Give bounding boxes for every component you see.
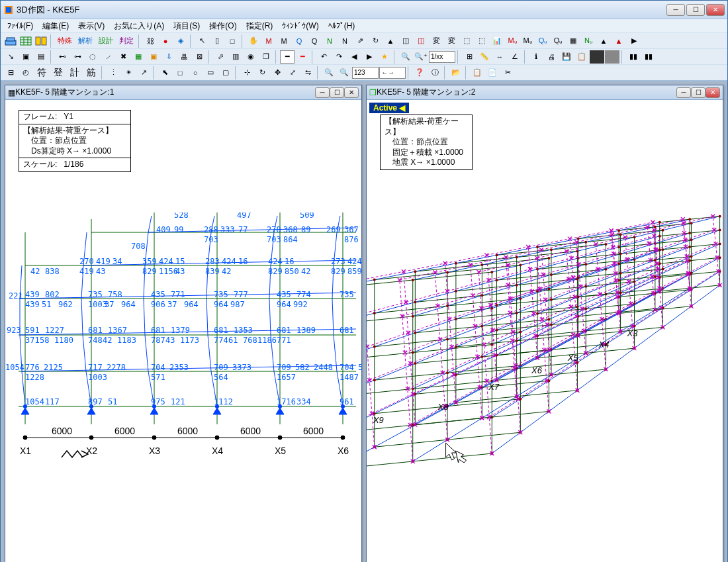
tb-diamond-icon[interactable]: ◈ — [173, 34, 188, 48]
tb-cube-icon[interactable]: ❐ — [259, 50, 273, 64]
menu-help[interactable]: ﾍﾙﾌﾟ(H) — [324, 20, 359, 32]
tb-num-text[interactable]: 123 — [352, 67, 379, 79]
tb-kanji1-icon[interactable]: 符 — [34, 66, 50, 79]
tb-redo-icon[interactable]: ↷ — [332, 50, 346, 64]
tb-right-icon[interactable]: ▶ — [362, 50, 377, 64]
tb-slice-icon[interactable]: ✂ — [500, 66, 515, 79]
tb-left-icon[interactable]: ◀ — [347, 50, 361, 64]
tb-ball-icon[interactable]: ◉ — [244, 50, 258, 64]
tb-about-icon[interactable]: ⓘ — [428, 66, 442, 79]
tb-blank-icon[interactable]: □ — [225, 34, 240, 48]
tb-up-icon[interactable]: ▲ — [383, 34, 398, 48]
tb-mx-icon[interactable]: M — [277, 34, 291, 48]
tb-qx-icon[interactable]: Q — [307, 34, 322, 48]
tb-boxb-icon[interactable]: ⊠ — [192, 50, 206, 64]
maximize-button[interactable]: ☐ — [686, 4, 705, 16]
tb-print2-icon[interactable]: 🖶 — [177, 50, 191, 64]
tb-triangle-icon[interactable]: ▲ — [596, 34, 611, 48]
tb-sq2-icon[interactable]: ▭ — [203, 66, 218, 79]
tb-panel-icon[interactable] — [34, 34, 48, 48]
tb-ortho-icon[interactable]: ⊹ — [240, 66, 254, 79]
tb-henx-icon[interactable]: 変 — [444, 34, 459, 48]
tb-m-icon[interactable]: M — [261, 34, 276, 48]
menu-specify[interactable]: 指定(R) — [242, 19, 277, 33]
tb-zoomplus-icon[interactable]: 🔍⁺ — [414, 50, 428, 64]
tb-dual-icon[interactable]: ◴ — [19, 66, 33, 79]
tb-angle-icon[interactable]: ∠ — [508, 50, 522, 64]
tb-sheet-icon[interactable]: ▥ — [228, 50, 243, 64]
tb-mu2-icon[interactable]: Mᵤ — [520, 34, 535, 48]
tb-mirror-icon[interactable]: ⇋ — [300, 66, 315, 79]
tb-window-icon[interactable]: ▣ — [19, 50, 33, 64]
tb-judge-icon[interactable]: 判定 — [116, 34, 136, 48]
tb-ruler-icon[interactable]: 📏 — [477, 50, 492, 64]
menu-ops[interactable]: 操作(O) — [205, 19, 240, 33]
menu-edit[interactable]: 編集(E) — [38, 19, 73, 33]
tb-open-icon[interactable]: 📂 — [449, 66, 463, 79]
tb-zoom-icon[interactable]: 🔍 — [398, 50, 413, 64]
tb-numbers-icon[interactable]: ▦ — [566, 34, 580, 48]
menu-window[interactable]: ｳｨﾝﾄﾞｳ(W) — [278, 20, 322, 32]
tb-rot2-icon[interactable]: ↻ — [255, 66, 269, 79]
tb-move-icon[interactable]: ✥ — [270, 66, 285, 79]
tb-box3d-icon[interactable]: ◫ — [398, 34, 413, 48]
menu-favorites[interactable]: お気に入り(A) — [110, 19, 168, 33]
menu-file[interactable]: ﾌｧｲﾙ(F) — [3, 20, 37, 32]
tb-scale-icon[interactable]: ⤢ — [285, 66, 300, 79]
tb-kanji4-icon[interactable]: 筋 — [83, 66, 99, 79]
mdi-right-body[interactable]: Active ◀ 【解析結果-荷重ケース】 位置：節点位置 固定＋積載 ×1.0… — [367, 100, 723, 562]
tb-mu-icon[interactable]: Mᵤ — [505, 34, 520, 48]
tb-arrow2-icon[interactable]: ↗ — [136, 66, 151, 79]
tb-disp-icon[interactable]: ⇗ — [353, 34, 367, 48]
tb-arrow-text[interactable]: ←→ — [379, 67, 406, 79]
tb-q-icon[interactable]: Q — [292, 34, 306, 48]
mdi-right-titlebar[interactable]: ❐ KKE5F- 5 階建マンション:2 ─ ☐ ✕ — [367, 85, 723, 100]
mdi-left-max[interactable]: ☐ — [330, 87, 344, 98]
tb-cursor-icon[interactable]: ↖ — [195, 34, 209, 48]
tb-kanji2-icon[interactable]: 登 — [50, 66, 66, 79]
tb-link2-icon[interactable]: ⊶ — [70, 50, 85, 64]
tb-color2-icon[interactable]: ━ — [295, 50, 310, 64]
tb-star-icon[interactable]: ★ — [377, 50, 392, 64]
tb-bars2-icon[interactable]: ▮▮ — [641, 50, 656, 64]
tb-n-icon[interactable]: N — [322, 34, 337, 48]
tb-qu2-icon[interactable]: Qᵤ — [551, 34, 565, 48]
tb-sq1-icon[interactable]: □ — [173, 66, 187, 79]
tb-page-icon[interactable]: ▯ — [210, 34, 224, 48]
tb-qu-icon[interactable]: Qᵤ — [535, 34, 550, 48]
tb-zoomfit-icon[interactable]: 🔍 — [322, 66, 336, 79]
tb-pick-icon[interactable]: ⬀ — [213, 50, 228, 64]
mdi-left-min[interactable]: ─ — [315, 87, 330, 98]
tb-triangle2-icon[interactable]: ▲ — [612, 34, 626, 48]
tb-help-icon[interactable]: ❓ — [412, 66, 427, 79]
tb-save-icon[interactable]: 💾 — [559, 50, 574, 64]
tb-node-icon[interactable]: ◌ — [85, 50, 100, 64]
menu-view[interactable]: 表示(V) — [74, 19, 109, 33]
tb-chain-icon[interactable]: ⛓ — [143, 34, 158, 48]
mdi-left-titlebar[interactable]: ▦ KKE5F- 5 階建マンション:1 ─ ☐ ✕ — [5, 85, 361, 100]
tb-hen-icon[interactable]: 変 — [429, 34, 443, 48]
tb-copy-icon[interactable]: 📋 — [470, 66, 484, 79]
tb-info-icon[interactable]: ℹ — [529, 50, 543, 64]
tb-paste-icon[interactable]: 📄 — [485, 66, 500, 79]
tb-bars1-icon[interactable]: ▮▮ — [626, 50, 641, 64]
tb-circle-red-icon[interactable]: ● — [158, 34, 173, 48]
tb-measure-icon[interactable]: ↔ — [492, 50, 507, 64]
tb-copy2-icon[interactable]: 📋 — [574, 50, 589, 64]
tb-pointer-icon[interactable]: ↘ — [3, 50, 18, 64]
tb-zoomwin-icon[interactable]: 🔍 — [337, 66, 351, 79]
tb-circ-icon[interactable]: ○ — [188, 66, 203, 79]
mdi-right-close[interactable]: ✕ — [705, 87, 720, 98]
tb-dark-icon[interactable] — [590, 50, 604, 64]
tb-diag-icon[interactable]: ⬚ — [459, 34, 474, 48]
tb-dots-icon[interactable]: ⋮ — [106, 66, 120, 79]
tb-grid-icon[interactable] — [19, 34, 33, 48]
tb-cross-icon[interactable]: ✖ — [116, 50, 130, 64]
tb-gray-icon[interactable] — [605, 50, 619, 64]
tb-special-icon[interactable]: 特殊 — [55, 34, 75, 48]
tb-color1-icon[interactable]: ━ — [280, 50, 295, 64]
tb-print-icon[interactable]: 🖨 — [544, 50, 559, 64]
tb-nu-icon[interactable]: Nᵤ — [581, 34, 596, 48]
tb-kanji3-icon[interactable]: 計 — [67, 66, 83, 79]
tb-chart-icon[interactable]: 📊 — [490, 34, 504, 48]
